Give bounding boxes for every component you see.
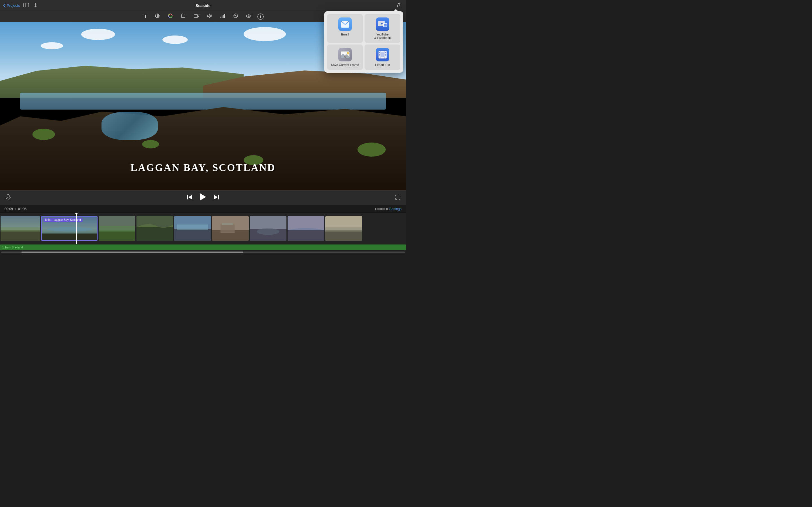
add-to-timeline-icon: [23, 3, 29, 7]
svg-rect-68: [379, 54, 380, 55]
svg-rect-14: [220, 17, 221, 18]
svg-rect-75: [381, 52, 384, 57]
svg-line-3: [28, 4, 29, 4]
add-clip-button[interactable]: [22, 2, 30, 9]
zoom-plus[interactable]: [386, 208, 388, 210]
tide-pool: [101, 112, 158, 140]
video-title-overlay: Laggan Bay, Scotland: [0, 162, 406, 173]
skip-forward-button[interactable]: [213, 194, 219, 201]
noise-tool-button[interactable]: [245, 12, 253, 20]
clip-9-scene: [325, 216, 362, 241]
youtube-facebook-icon: [377, 20, 388, 28]
svg-marker-13: [207, 14, 210, 18]
clip-7[interactable]: [250, 216, 287, 241]
svg-rect-16: [223, 15, 223, 18]
sort-button[interactable]: [33, 2, 39, 9]
svg-rect-37: [137, 227, 173, 241]
clip-9-thumbnail: [325, 216, 362, 241]
cloud-5: [41, 42, 63, 49]
crop-tool-button[interactable]: [179, 12, 188, 21]
clip-6-scene: [212, 216, 249, 241]
share-button[interactable]: [396, 2, 403, 9]
clip-8-thumbnail: [288, 216, 324, 241]
playback-controls: [187, 193, 219, 203]
clip-2-thumbnail: 8.5s – Laggan Bay, Scotland: [42, 217, 97, 240]
share-grid: Email YouTube& Facebook: [327, 14, 400, 70]
top-bar-right: [396, 2, 403, 9]
top-bar-left: Projects: [3, 2, 39, 9]
svg-rect-17: [224, 14, 225, 18]
skip-back-icon: [187, 194, 193, 200]
timecode-separator: /: [15, 207, 16, 211]
clip-7-thumbnail: [250, 216, 287, 241]
speed-tool-button[interactable]: [218, 12, 227, 20]
svg-rect-67: [379, 52, 380, 53]
cloud-3: [244, 27, 286, 41]
svg-rect-15: [221, 15, 222, 18]
project-title: Seaside: [196, 3, 211, 8]
clip-1-thumbnail: [1, 216, 40, 241]
svg-rect-35: [99, 226, 135, 231]
youtube-facebook-icon-wrap: [376, 17, 389, 31]
moss-1: [33, 129, 55, 140]
clip-4-scene: [137, 216, 173, 241]
share-email-label: Email: [341, 33, 349, 36]
volume-tool-button[interactable]: [206, 12, 214, 20]
color-wheel-icon: [168, 13, 173, 18]
svg-rect-51: [325, 230, 362, 241]
play-button[interactable]: [199, 193, 207, 203]
save-frame-icon: [340, 50, 350, 59]
clip-6-thumbnail: [212, 216, 249, 241]
camera-tool-button[interactable]: [192, 12, 201, 20]
stabilize-tool-button[interactable]: [232, 12, 240, 21]
skip-back-button[interactable]: [187, 194, 193, 201]
zoom-minus[interactable]: [375, 208, 376, 210]
clip-8[interactable]: [288, 216, 324, 241]
fullscreen-icon: [395, 194, 400, 200]
scrollbar-track[interactable]: [1, 251, 405, 253]
share-youtube-facebook-button[interactable]: YouTube& Facebook: [364, 14, 400, 43]
svg-rect-32: [42, 233, 98, 241]
svg-rect-0: [24, 3, 29, 7]
clip-9[interactable]: [325, 216, 362, 241]
current-time: 00:09: [4, 207, 13, 211]
zoom-slider-track[interactable]: [377, 208, 386, 210]
clip-4-thumbnail: [137, 216, 173, 241]
mask-tool-button[interactable]: [153, 12, 161, 21]
mask-icon: [155, 13, 160, 18]
share-export-file-button[interactable]: Export File: [364, 45, 400, 70]
clip-4[interactable]: [137, 216, 173, 241]
clip-strip: 8.5s – Laggan Bay, Scotland: [0, 213, 406, 244]
settings-button[interactable]: Settings: [389, 207, 402, 211]
share-email-button[interactable]: Email: [327, 14, 363, 43]
clip-5[interactable]: [174, 216, 211, 241]
timeline-scrollbar[interactable]: [0, 251, 406, 253]
fullscreen-button[interactable]: [395, 194, 400, 201]
info-tool-button[interactable]: i: [257, 13, 264, 20]
svg-rect-70: [385, 52, 386, 53]
cloud-1: [81, 29, 115, 40]
clip-3-thumbnail: [99, 216, 135, 241]
clip-1[interactable]: [1, 216, 40, 241]
crop-icon: [181, 13, 186, 18]
svg-rect-52: [325, 227, 362, 231]
clip-5-thumbnail: [174, 216, 211, 241]
clip-6[interactable]: [212, 216, 249, 241]
color-tool-button[interactable]: [166, 12, 174, 21]
clip-2[interactable]: 8.5s – Laggan Bay, Scotland: [41, 216, 98, 241]
svg-rect-72: [385, 55, 386, 56]
clip-1-scene: [1, 216, 40, 241]
rocks-layer: [0, 98, 406, 190]
clip-3-scene: [99, 216, 135, 241]
share-save-frame-button[interactable]: Save Current Frame: [327, 45, 363, 70]
back-button[interactable]: Projects: [3, 3, 20, 8]
audio-strip[interactable]: 1.1m – Shetland: [0, 244, 406, 250]
text-tool-button[interactable]: T: [142, 13, 149, 20]
clip-3[interactable]: [99, 216, 135, 241]
scrollbar-thumb[interactable]: [21, 251, 244, 253]
top-bar: Projects Seaside: [0, 0, 406, 11]
video-controls: [0, 190, 406, 205]
chevron-left-icon: [3, 4, 6, 8]
share-youtube-facebook-label: YouTube& Facebook: [374, 33, 391, 40]
microphone-button[interactable]: [6, 194, 11, 202]
